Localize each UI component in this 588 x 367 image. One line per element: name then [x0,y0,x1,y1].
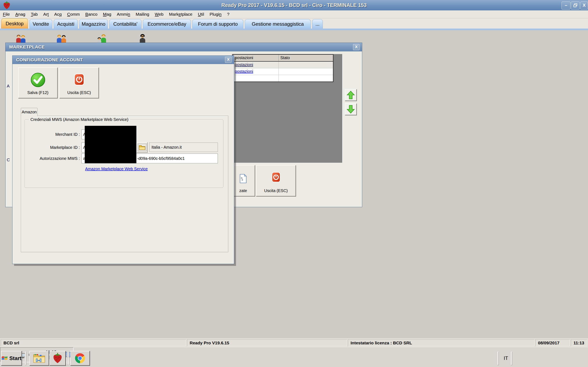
menu-item-banco[interactable]: Banco [85,12,98,17]
menu-item-mag[interactable]: Mag [103,12,111,17]
start-button[interactable]: Start [1,351,22,366]
main-tabbar: Desktop Vendite Acquisti Magazzino Conta… [0,18,588,29]
windows-logo-icon [1,355,8,361]
table-header-impostazioni: postazioni [233,55,279,61]
chrome-icon [74,352,86,364]
menu-item-util[interactable]: Util [198,12,204,17]
green-arrow-up-icon [346,91,355,100]
marketplace-exit-button[interactable]: Uscita (ESC) [256,165,296,196]
tab-contabilita[interactable]: Contabilita' [109,19,141,29]
start-label: Start [9,355,21,361]
marketplace-exit-label: Uscita (ESC) [256,188,295,193]
tray-language-indicator[interactable]: IT [502,351,510,366]
statusbar: BCD srl Ready Pro V19.6.15 Intestatario … [0,338,588,347]
redaction-overlay [85,126,136,163]
menu-item-comm[interactable]: Comm [67,12,80,17]
menu-item-file[interactable]: File [3,12,10,17]
taskbar-divider [511,352,512,365]
menubar: File Anag Tab Art Acq Comm Banco Mag Amm… [0,10,588,18]
personalized-settings-label: zate [232,188,255,193]
menu-item-tab[interactable]: Tab [31,12,38,17]
marketplace-id-label: Marketplace ID : [27,145,80,150]
tab-ecommerce-ebay[interactable]: Ecommerce/eBay [143,19,191,29]
move-down-button[interactable] [345,103,357,115]
dialog-exit-label: Uscita (ESC) [60,90,98,95]
marketplace-browse-button[interactable] [137,142,148,153]
green-arrow-down-icon [346,105,355,114]
document-icon [239,174,247,184]
taskbar-divider [68,352,70,365]
tabbar-underline [0,29,588,30]
menu-item-web[interactable]: Web [155,12,164,17]
menu-item-acq[interactable]: Acq [54,12,62,17]
close-button[interactable]: X [580,1,588,9]
folder-icon [139,144,146,150]
config-account-dialog: CONFIGURAZIONE ACCOUNT X Salva (F12) Usc… [12,55,234,264]
statusbar-company: BCD srl [1,339,186,346]
menu-item-marketplace[interactable]: Marketplace [169,12,192,17]
statusbar-license: Intestatario licenza : BCD SRL [348,339,535,346]
merchant-id-label: Merchant ID : [27,132,80,137]
power-icon [271,172,281,182]
taskbar-divider [497,352,499,365]
menu-item-ammin[interactable]: Ammin [117,12,130,17]
desktop-icon-users-1[interactable] [16,34,26,43]
taskbar-divider [67,352,68,365]
desktop-icon-users-2[interactable] [56,34,67,43]
table-row: postazioni [233,68,333,75]
save-button[interactable]: Salva (F12) [18,67,58,98]
folder-explorer-icon [33,353,45,363]
desktop-icon-user-4[interactable] [138,34,148,43]
dialog-title: CONFIGURAZIONE ACCOUNT [16,56,83,64]
save-button-label: Salva (F12) [18,90,57,95]
statusbar-time: 11:13 [571,339,587,346]
statusbar-version: Ready Pro V19.6.15 [187,339,347,346]
move-up-button[interactable] [345,89,357,101]
tab-magazzino[interactable]: Magazzino [79,19,108,29]
restore-icon [573,3,577,7]
marketplace-close-button[interactable]: X [353,44,360,50]
table-header-row: postazioni Stato [233,55,333,62]
mws-credentials-group-label: Credenziali MWS (Amazon Marketplace Web … [29,117,130,122]
settings-link-row2[interactable]: postazioni [235,69,253,74]
dialog-titlebar: CONFIGURAZIONE ACCOUNT X [12,56,234,64]
taskbar-divider [25,352,26,365]
restore-button[interactable] [571,1,580,9]
menu-item-mailing[interactable]: Mailing [136,12,149,17]
amazon-mws-link[interactable]: Amazon Marketplace Web Service [85,167,148,171]
table-row [233,75,333,82]
desktop-icon-users-3[interactable] [97,34,107,43]
tab-forum-di-supporto[interactable]: Forum di supporto [192,19,243,29]
settings-link-row1[interactable]: postazioni [235,62,253,67]
minimize-button[interactable]: – [562,1,571,9]
dialog-exit-button[interactable]: Uscita (ESC) [60,67,99,98]
table-row: postazioni [233,62,333,68]
menu-item-plugin[interactable]: Plugin [210,12,222,17]
menu-item-anag[interactable]: Anag [15,12,25,17]
menu-item-help[interactable]: ? [227,12,229,17]
app-titlebar: Ready Pro 2017 - V19.6.15 - BCD srl - Ci… [0,0,588,11]
dialog-close-button[interactable]: X [225,57,232,63]
taskbar-readypro-button[interactable] [49,351,66,366]
tab-acquisti[interactable]: Acquisti [54,19,78,29]
strawberry-icon [53,353,62,364]
power-icon [74,73,85,86]
table-header-stato: Stato [279,55,333,61]
tab-more[interactable]: ... [312,19,323,29]
tab-amazon[interactable]: Amazon [21,108,38,116]
clipped-text-fragment-c: C [7,157,10,162]
menu-item-art[interactable]: Art [43,12,49,17]
settings-table: postazioni Stato postazioni postazioni [233,54,333,82]
marketplace-site-field: Italia - Amazon.it [149,142,218,152]
personalized-settings-button[interactable]: zate [231,165,255,196]
marketplace-title: MARKETPLACE [9,43,45,51]
taskbar-chrome-button[interactable] [70,351,90,366]
taskbar-explorer-button[interactable] [29,351,49,366]
tab-gestione-messaggistica[interactable]: Gestione messaggistica [245,19,311,29]
tab-vendite[interactable]: Vendite [29,19,52,29]
taskbar: Start IT [0,347,588,367]
tab-desktop[interactable]: Desktop [1,18,28,29]
clipped-text-fragment-a: A [7,83,9,89]
statusbar-date: 08/09/2017 [535,339,570,346]
green-check-icon [30,72,45,87]
